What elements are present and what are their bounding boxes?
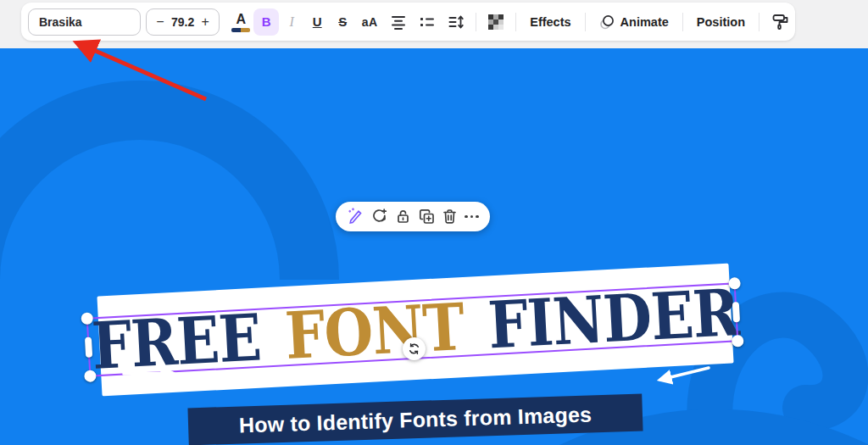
- underline-button[interactable]: U: [304, 8, 330, 36]
- font-size-value[interactable]: 79.2: [171, 15, 194, 29]
- font-size-control: − 79.2 +: [146, 8, 220, 36]
- trash-icon: [441, 208, 459, 225]
- comment-icon: [370, 208, 388, 225]
- magic-edit-button[interactable]: [347, 208, 364, 225]
- increase-font-size-button[interactable]: +: [199, 14, 211, 30]
- comment-button[interactable]: [370, 208, 388, 225]
- bullet-list-icon: [419, 14, 436, 31]
- position-button[interactable]: Position: [688, 8, 754, 36]
- more-icon: [465, 215, 468, 219]
- font-name-input[interactable]: [29, 15, 140, 29]
- toolbar-divider: [682, 13, 683, 31]
- element-context-toolbar: [336, 202, 490, 231]
- duplicate-button[interactable]: [418, 208, 436, 225]
- line-spacing-icon: [448, 14, 465, 31]
- transparency-icon: [488, 14, 504, 30]
- width-handle-right[interactable]: [732, 302, 740, 322]
- rotate-icon: [408, 342, 420, 355]
- canva-editor: − 79.2 + A B I U S aA: [0, 0, 868, 445]
- text-case-button[interactable]: aA: [355, 8, 384, 36]
- font-name-field[interactable]: [28, 8, 141, 36]
- rotate-handle[interactable]: [403, 337, 426, 360]
- lock-button[interactable]: [394, 208, 412, 225]
- effects-button[interactable]: Effects: [521, 8, 579, 36]
- italic-button[interactable]: I: [279, 8, 304, 36]
- subtitle-text: How to Identify Fonts from Images: [238, 402, 592, 437]
- bold-button[interactable]: B: [253, 8, 279, 36]
- magic-edit-icon: [347, 208, 364, 225]
- text-color-icon: A: [236, 13, 246, 26]
- more-options-button[interactable]: [465, 215, 479, 219]
- toolbar-divider: [476, 13, 476, 31]
- center-align-icon: [390, 14, 407, 31]
- text-color-swatch: [231, 28, 250, 32]
- design-canvas[interactable]: FREE FONT FINDER: [0, 48, 868, 445]
- width-handle-left[interactable]: [85, 337, 92, 357]
- resize-handle-top-left[interactable]: [81, 312, 93, 325]
- lock-icon: [394, 208, 412, 225]
- bullet-list-button[interactable]: [413, 8, 442, 36]
- delete-button[interactable]: [441, 208, 459, 225]
- strikethrough-button[interactable]: S: [330, 8, 355, 36]
- text-format-toolbar: − 79.2 + A B I U S aA: [21, 3, 795, 41]
- toolbar-divider: [515, 13, 516, 31]
- copy-style-button[interactable]: [765, 8, 795, 36]
- paint-roller-icon: [771, 12, 790, 31]
- decrease-font-size-button[interactable]: −: [154, 14, 166, 30]
- transparency-button[interactable]: [481, 8, 510, 36]
- animate-label: Animate: [620, 15, 669, 29]
- text-color-button[interactable]: A: [228, 8, 253, 36]
- line-spacing-button[interactable]: [442, 8, 470, 36]
- center-align-button[interactable]: [384, 8, 413, 36]
- animate-button[interactable]: Animate: [591, 8, 677, 36]
- toolbar-divider: [759, 13, 760, 31]
- animate-icon: [599, 14, 615, 30]
- toolbar-divider: [585, 13, 586, 31]
- duplicate-icon: [418, 208, 436, 225]
